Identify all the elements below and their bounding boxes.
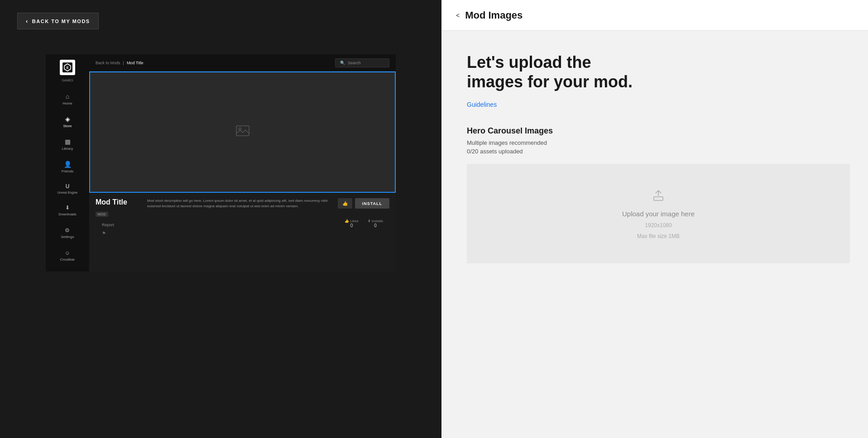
like-button[interactable]: 👍 [338,198,352,209]
library-icon: ▦ [65,138,71,145]
sidebar-downloads-label: Downloads [58,212,77,216]
mod-action-buttons: 👍 INSTALL [338,198,389,209]
left-panel: ‹ BACK TO MY MODS E GAMES ⌂ Home ◈ Store [0,0,441,438]
search-placeholder: Search [348,61,361,65]
guidelines-link[interactable]: Guidelines [467,101,497,108]
stats-row: 👍 Likes 0 ⬇ Installs 0 [345,219,389,228]
breadcrumb-back: Back to Mods [96,61,120,65]
sidebar-nav-store[interactable]: ◈ Store [46,113,89,131]
store-sidebar: E GAMES ⌂ Home ◈ Store ▦ Library 👤 Frien… [46,54,89,271]
breadcrumb-current: Mod Title [127,61,144,65]
store-search-bar[interactable]: 🔍 Search [335,58,389,67]
mod-actions: 👍 INSTALL [338,198,389,217]
sidebar-nav-friends[interactable]: 👤 Friends [46,158,89,176]
back-button-label: BACK TO MY MODS [32,19,90,24]
svg-text:E: E [67,66,69,69]
sidebar-store-label: Store [63,124,72,128]
sidebar-croutibar-label: Croutibar [60,257,75,262]
mod-description: Mod short description will go here. Lore… [147,198,331,209]
settings-icon: ⚙ [65,227,70,233]
upload-icon [651,188,666,205]
upload-size-hint: Max file size 1MB [637,233,680,239]
main-heading: Let's upload the images for your mod. [467,52,648,91]
likes-stat: 👍 Likes 0 [345,219,359,228]
right-panel-header: < Mod Images [441,0,868,31]
installs-stat: ⬇ Installs 0 [368,219,383,228]
back-to-mods-button[interactable]: ‹ BACK TO MY MODS [17,13,99,29]
svg-rect-5 [654,197,663,200]
right-panel-content: Let's upload the images for your mod. Gu… [441,31,868,438]
search-icon: 🔍 [340,61,345,65]
home-icon: ⌂ [66,93,69,100]
svg-point-4 [239,128,241,130]
sidebar-bottom: ⬇ Downloads ⚙ Settings ☺ Croutibar [58,202,77,269]
sidebar-settings-label: Settings [61,235,74,239]
back-chevron-icon: ‹ [26,18,29,24]
install-button[interactable]: INSTALL [355,198,389,209]
store-preview: E GAMES ⌂ Home ◈ Store ▦ Library 👤 Frien… [46,54,396,271]
section-subtitle: Multiple images recommended [467,139,850,146]
installs-label: ⬇ Installs [368,219,383,223]
header-back-chevron-icon: < [456,12,460,19]
report-label: Report [102,223,114,227]
downloads-icon: ⬇ [65,205,70,211]
installs-count: 0 [374,223,377,228]
store-breadcrumb: Back to Mods | Mod Title [96,61,143,65]
mod-title: Mod Title [96,198,141,206]
image-placeholder-icon [236,124,249,140]
epic-logo: E [60,60,75,75]
friends-icon: 👤 [64,161,72,168]
mod-details-row: Mod Title MOD Mod short description will… [89,193,396,217]
mod-badge: MOD [96,212,108,217]
mod-description-block: Mod short description will go here. Lore… [147,198,331,217]
sidebar-nav-unreal[interactable]: U Unreal Engine [46,181,89,197]
sidebar-nav-croutibar[interactable]: ☺ Croutibar [58,247,77,264]
upload-dropzone[interactable]: Upload your image here 1920x1080 Max fil… [467,164,850,263]
user-icon: ☺ [65,250,70,256]
sidebar-nav-downloads[interactable]: ⬇ Downloads [58,202,77,219]
epic-logo-subtext: GAMES [62,79,73,82]
sidebar-unreal-label: Unreal Engine [58,191,77,195]
sidebar-nav-library[interactable]: ▦ Library [46,135,89,153]
right-panel: < Mod Images Let's upload the images for… [441,0,868,438]
sidebar-nav-home[interactable]: ⌂ Home [46,90,89,108]
sidebar-nav-settings[interactable]: ⚙ Settings [58,224,77,242]
store-icon: ◈ [65,115,70,123]
mod-bottom-row: Report ⚑ 👍 Likes 0 ⬇ Installs 0 [89,219,396,237]
section-title: Hero Carousel Images [467,126,850,136]
breadcrumb-separator: | [123,61,124,65]
upload-resolution-hint: 1920x1080 [645,222,671,229]
hero-image-area [89,71,396,193]
sidebar-home-label: Home [62,101,72,105]
likes-count: 0 [350,223,353,228]
sidebar-library-label: Library [62,147,73,151]
right-panel-title: Mod Images [465,10,523,21]
store-topbar: Back to Mods | Mod Title 🔍 Search [89,54,396,71]
likes-label: 👍 Likes [345,219,359,223]
report-icon[interactable]: ⚑ [102,231,106,236]
sidebar-friends-label: Friends [62,169,74,173]
svg-rect-3 [236,126,249,136]
report-section: Report ⚑ [96,219,120,237]
mod-title-block: Mod Title MOD [96,198,141,217]
upload-text: Upload your image here [622,210,695,218]
section-count: 0/20 assets uploaded [467,148,850,155]
store-main-content: Back to Mods | Mod Title 🔍 Search [89,54,396,271]
unreal-icon: U [66,183,70,190]
